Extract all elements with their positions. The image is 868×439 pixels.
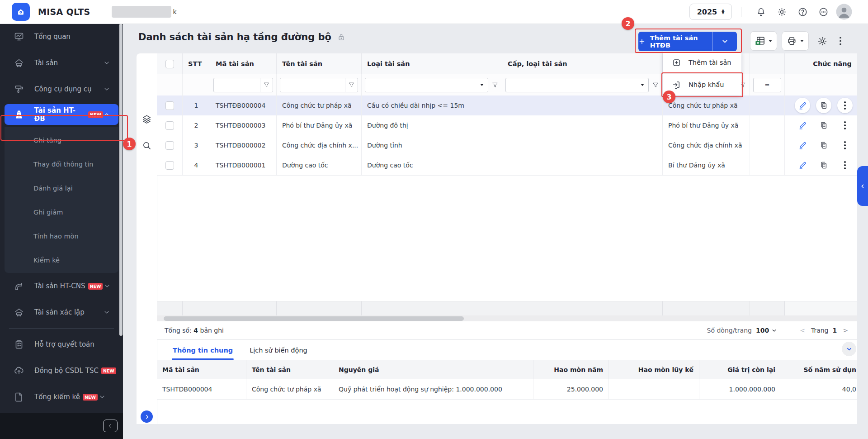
table-side-toolbar [137, 53, 157, 424]
edit-button[interactable] [795, 98, 810, 113]
fiscal-year-selector[interactable]: 2025 ▲▼ [689, 4, 732, 20]
ellipsis-vertical-icon [844, 161, 846, 169]
submenu-item-ghi-tang[interactable]: Ghi tăng [5, 128, 118, 152]
duplicate-button[interactable] [816, 118, 831, 133]
table-area: STT Mã tài sản Tên tài sản Loại tài sản … [157, 53, 857, 424]
edit-button[interactable] [795, 138, 810, 153]
row-more-button[interactable] [837, 138, 853, 153]
submenu-item-danh-gia-lai[interactable]: Đánh giá lại [5, 176, 118, 200]
cell-numeric [750, 155, 785, 175]
sidebar-item-tai-san-xac-lap[interactable]: Tài sản xác lập [0, 299, 123, 325]
right-panel-toggle[interactable] [857, 166, 868, 206]
col-header-cap-loai-tai-san[interactable]: Cấp, loại tài sản [502, 53, 663, 74]
filter-input[interactable] [214, 78, 260, 92]
duplicate-button[interactable] [816, 138, 831, 153]
filter-loai-tai-san-select[interactable] [365, 78, 488, 92]
add-asset-dropdown-toggle[interactable] [712, 32, 737, 51]
menu-item-them-tai-san[interactable]: Thêm tài sản [663, 52, 741, 73]
next-page-button[interactable]: > [841, 327, 850, 334]
col-header-ten-tai-san[interactable]: Tên tài sản [277, 53, 362, 74]
col-header-ma-tai-san[interactable]: Mã tài sản [210, 53, 277, 74]
filter-funnel-icon[interactable] [491, 81, 499, 89]
row-checkbox[interactable] [165, 141, 174, 150]
row-more-button[interactable] [837, 157, 853, 173]
cell-ten-tai-san: Đường cao tốc [277, 155, 362, 175]
sidebar-item-tai-san-ht-db[interactable]: Tài sản HT-ĐB NEW [5, 104, 118, 125]
layers-icon[interactable] [142, 114, 152, 124]
expand-panel-button[interactable] [141, 410, 153, 423]
submenu-item-thay-doi-thong-tin[interactable]: Thay đổi thông tin [5, 152, 118, 176]
sidebar-item-cong-cu-dung-cu[interactable]: Công cụ dụng cụ [0, 76, 123, 102]
tab-lich-su-bien-dong[interactable]: Lịch sử biến động [249, 347, 308, 360]
help-icon[interactable] [792, 7, 813, 17]
filter-input[interactable] [280, 78, 345, 92]
sidebar-item-ho-tro-quyet-toan[interactable]: Hỗ trợ quyết toán [0, 331, 123, 358]
col-header-numeric[interactable] [750, 53, 785, 74]
add-asset-htdb-main[interactable]: Thêm tài sản HTĐB [638, 32, 712, 51]
row-more-button[interactable] [837, 98, 853, 113]
table-row[interactable]: 1 TSHTĐB000004 Công chức tư pháp xã Cầu … [157, 95, 857, 116]
cell-stt: 2 [183, 115, 210, 135]
main-panel: STT Mã tài sản Tên tài sản Loại tài sản … [137, 53, 857, 424]
topbar-divider [741, 7, 741, 17]
more-actions-button[interactable] [836, 32, 845, 50]
scrollbar-thumb[interactable] [164, 316, 464, 321]
tab-thong-tin-chung[interactable]: Thông tin chung [172, 347, 234, 360]
detail-col-ten: Tên tài sản [246, 360, 333, 379]
status-bar: Tổng số: 4 bản ghi Số dòng/trang 100 < T… [157, 321, 857, 340]
cell-cap-loai [502, 115, 663, 135]
more-options-icon[interactable] [813, 7, 834, 17]
menu-item-nhap-khau[interactable]: Nhập khẩu [663, 73, 741, 95]
chevron-right-icon [144, 414, 150, 420]
sidebar-item-tai-san-ht-cns[interactable]: Tài sản HT-CNS NEW [0, 273, 123, 299]
table-row[interactable]: 3 TSHTĐB000002 Công chức địa chính x... … [157, 135, 857, 156]
select-all-checkbox[interactable] [165, 60, 174, 68]
prev-page-button[interactable]: < [798, 327, 807, 334]
duplicate-button[interactable] [816, 157, 831, 173]
row-more-button[interactable] [837, 118, 853, 133]
sidebar-item-dong-bo-csdl-tsc[interactable]: Đồng bộ CSDL TSC NEW [0, 358, 123, 384]
sidebar-item-tong-kiem-ke[interactable]: Tổng kiểm kê NEW [0, 384, 123, 410]
filter-funnel-icon[interactable] [260, 78, 273, 92]
submenu-item-kiem-ke[interactable]: Kiểm kê [5, 248, 118, 272]
table-row[interactable]: 2 TSHTĐB000003 Phó bí thư Đảng ủy xã Đườ… [157, 115, 857, 136]
horizontal-scrollbar[interactable] [157, 315, 857, 321]
filter-equals-operator[interactable]: = [753, 78, 781, 92]
filter-ma-tai-san[interactable] [213, 78, 273, 92]
row-checkbox[interactable] [165, 101, 174, 110]
edit-button[interactable] [795, 157, 810, 173]
row-checkbox[interactable] [165, 121, 174, 130]
filter-cap-loai-tai-san-select[interactable] [505, 78, 649, 92]
filter-funnel-icon[interactable] [345, 78, 358, 92]
table-row[interactable]: 4 TSHTĐB000001 Đường cao tốc Đường cao t… [157, 155, 857, 176]
filter-ten-tai-san[interactable] [280, 78, 358, 92]
table-settings-button[interactable] [813, 32, 831, 50]
year-stepper-icon[interactable]: ▲▼ [722, 9, 724, 14]
col-header-loai-tai-san[interactable]: Loại tài sản [362, 53, 502, 74]
duplicate-button[interactable] [816, 98, 831, 113]
print-button[interactable] [782, 31, 809, 51]
user-avatar[interactable] [834, 3, 854, 20]
col-header-chuc-nang: Chức năng [785, 53, 857, 74]
filter-funnel-icon[interactable] [652, 81, 659, 89]
add-asset-htdb-button[interactable]: Thêm tài sản HTĐB [638, 32, 737, 51]
submenu-item-ghi-giam[interactable]: Ghi giảm [5, 200, 118, 224]
row-checkbox[interactable] [165, 161, 174, 170]
sidebar-collapse-button[interactable] [103, 420, 118, 432]
sidebar-scrollbar[interactable] [119, 24, 123, 336]
col-header-stt[interactable]: STT [183, 53, 210, 74]
detail-header-row: Mã tài sản Tên tài sản Nguyên giá Hao mò… [157, 360, 857, 380]
export-excel-button[interactable] [750, 31, 777, 51]
detail-collapse-button[interactable] [842, 342, 856, 356]
settings-gear-icon[interactable] [771, 7, 792, 17]
submenu-item-tinh-hao-mon[interactable]: Tính hao mòn [5, 224, 118, 248]
unlock-icon[interactable] [337, 33, 346, 42]
edit-button[interactable] [795, 118, 810, 133]
notifications-bell-icon[interactable] [750, 7, 771, 17]
sidebar-item-label: Tài sản HT-ĐB [34, 106, 85, 123]
sidebar-item-tai-san[interactable]: Tài sản [0, 50, 123, 76]
search-icon[interactable] [142, 140, 152, 151]
cell-ma-tai-san: TSHTĐB000001 [210, 155, 277, 175]
rows-per-page-select[interactable]: 100 [756, 327, 777, 334]
sidebar-item-tong-quan[interactable]: Tổng quan [0, 24, 123, 50]
